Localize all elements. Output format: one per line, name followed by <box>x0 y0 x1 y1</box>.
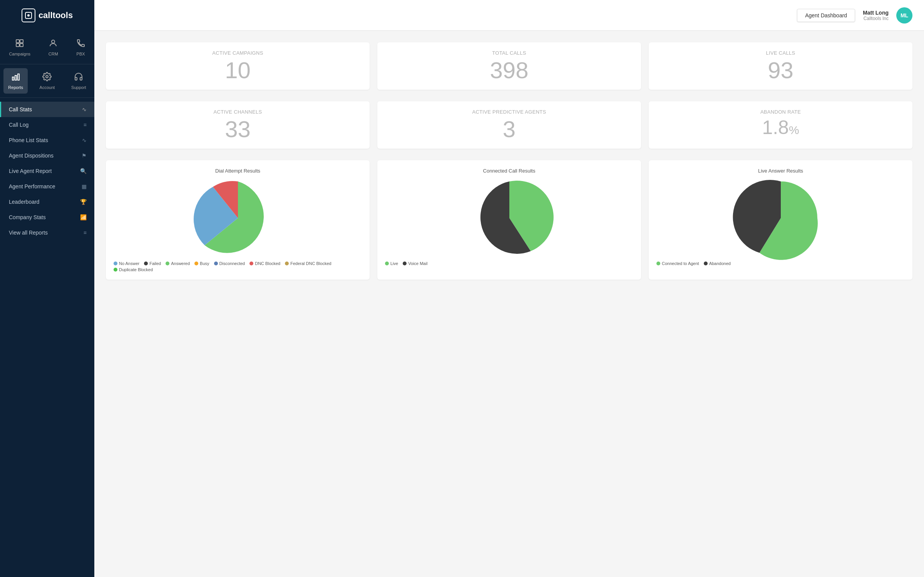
agent-performance-label: Agent Performance <box>9 183 55 190</box>
call-log-icon: ≡ <box>84 122 87 128</box>
abandoned-label: Abandoned <box>709 261 731 266</box>
sidebar-menu-phone-list-stats[interactable]: Phone List Stats ∿ <box>0 133 94 148</box>
user-avatar[interactable]: ML <box>896 7 912 23</box>
voicemail-label: Voice Mail <box>408 261 427 266</box>
connected-call-chart-card: Connected Call Results Live <box>377 160 641 280</box>
no-answer-dot <box>114 262 117 265</box>
duplicate-label: Duplicate Blocked <box>119 267 153 272</box>
failed-label: Failed <box>149 261 161 266</box>
phone-list-stats-icon: ∿ <box>82 137 87 143</box>
reports-label: Reports <box>8 85 23 90</box>
sidebar-item-support[interactable]: Support <box>67 68 91 94</box>
sidebar-item-pbx[interactable]: PBX <box>72 35 90 60</box>
active-campaigns-card: Active Campaigns 10 <box>106 42 370 90</box>
sidebar-menu-view-all-reports[interactable]: View all Reports ≡ <box>0 225 94 240</box>
sidebar-nav-row1: Campaigns CRM PBX <box>0 31 94 64</box>
phone-list-stats-label: Phone List Stats <box>9 137 48 143</box>
sidebar-item-reports[interactable]: Reports <box>3 68 28 94</box>
no-answer-label: No Answer <box>119 261 139 266</box>
logo-container: calltools <box>0 0 94 31</box>
sidebar-menu-call-stats[interactable]: Call Stats ∿ <box>0 102 94 117</box>
total-calls-card: Total Calls 398 <box>377 42 641 90</box>
active-channels-label: Active Channels <box>117 109 358 115</box>
failed-dot <box>144 262 148 265</box>
svg-rect-2 <box>16 40 19 43</box>
legend-live: Live <box>385 261 398 266</box>
sidebar-menu-agent-performance[interactable]: Agent Performance ▦ <box>0 179 94 194</box>
voicemail-dot <box>403 262 407 265</box>
sidebar-item-crm[interactable]: CRM <box>44 35 63 60</box>
active-predictive-agents-card: Active Predictive Agents 3 <box>377 101 641 149</box>
logo: calltools <box>22 8 73 22</box>
user-name: Matt Long <box>863 10 889 16</box>
legend-connected-to-agent: Connected to Agent <box>656 261 699 266</box>
legend-federal-dnc: Federal DNC Blocked <box>285 261 331 266</box>
live-answer-legend: Connected to Agent Abandoned <box>656 261 905 266</box>
user-company: Calltools Inc <box>863 16 889 21</box>
stats-row-1: Active Campaigns 10 Total Calls 398 Live… <box>106 42 912 90</box>
stats-row-2: Active Channels 33 Active Predictive Age… <box>106 101 912 149</box>
main-layout: Campaigns CRM PBX <box>0 31 924 577</box>
pbx-icon <box>76 39 85 50</box>
connected-call-title: Connected Call Results <box>385 168 633 174</box>
svg-rect-9 <box>18 74 19 80</box>
legend-failed: Failed <box>144 261 161 266</box>
answered-label: Answered <box>171 261 190 266</box>
duplicate-dot <box>114 268 117 272</box>
abandoned-dot <box>704 262 708 265</box>
active-campaigns-label: Active Campaigns <box>117 50 358 56</box>
disconnected-label: Disconnected <box>219 261 245 266</box>
company-stats-icon: 📶 <box>80 214 87 220</box>
connected-call-chart <box>385 179 633 257</box>
call-stats-label: Call Stats <box>9 106 32 112</box>
active-channels-card: Active Channels 33 <box>106 101 370 149</box>
active-campaigns-value: 10 <box>117 59 358 82</box>
federal-dnc-dot <box>285 262 289 265</box>
sidebar-menu-leaderboard[interactable]: Leaderboard 🏆 <box>0 194 94 210</box>
live-calls-label: Live Calls <box>660 50 901 56</box>
sidebar-menu-company-stats[interactable]: Company Stats 📶 <box>0 210 94 225</box>
dnc-blocked-dot <box>249 262 253 265</box>
legend-no-answer: No Answer <box>114 261 139 266</box>
dial-attempt-legend: No Answer Failed Answered Busy <box>114 261 362 272</box>
answered-dot <box>166 262 169 265</box>
live-answer-chart <box>656 179 905 257</box>
connected-agent-dot <box>656 262 660 265</box>
user-info: Matt Long Calltools Inc <box>863 10 889 21</box>
legend-abandoned: Abandoned <box>704 261 731 266</box>
sidebar-item-campaigns[interactable]: Campaigns <box>4 35 35 60</box>
support-icon <box>74 72 83 84</box>
live-agent-report-label: Live Agent Report <box>9 168 52 174</box>
sidebar-menu-call-log[interactable]: Call Log ≡ <box>0 117 94 133</box>
agent-performance-icon: ▦ <box>82 183 87 190</box>
busy-dot <box>194 262 198 265</box>
view-all-reports-label: View all Reports <box>9 230 48 236</box>
dial-attempt-chart-card: Dial Attempt Results <box>106 160 370 280</box>
agent-dashboard-button[interactable]: Agent Dashboard <box>797 9 855 22</box>
disconnected-dot <box>214 262 218 265</box>
total-calls-label: Total Calls <box>389 50 629 56</box>
svg-point-10 <box>46 75 48 78</box>
sidebar-menu-live-agent-report[interactable]: Live Agent Report 🔍 <box>0 163 94 179</box>
abandon-rate-label: Abandon Rate <box>660 109 901 115</box>
svg-rect-3 <box>20 40 23 43</box>
sidebar: Campaigns CRM PBX <box>0 31 94 577</box>
live-answer-title: Live Answer Results <box>656 168 905 174</box>
live-dot <box>385 262 389 265</box>
pbx-label: PBX <box>77 52 85 56</box>
topbar-right: Agent Dashboard Matt Long Calltools Inc … <box>797 7 912 23</box>
campaigns-icon <box>15 39 24 50</box>
legend-duplicate: Duplicate Blocked <box>114 267 153 272</box>
sidebar-menu-agent-dispositions[interactable]: Agent Dispositions ⚑ <box>0 148 94 163</box>
account-icon <box>42 72 52 84</box>
leaderboard-icon: 🏆 <box>80 199 87 205</box>
legend-answered: Answered <box>166 261 190 266</box>
live-calls-card: Live Calls 93 <box>649 42 912 90</box>
svg-rect-5 <box>20 44 23 47</box>
legend-dnc-blocked: DNC Blocked <box>249 261 280 266</box>
campaigns-label: Campaigns <box>9 52 30 56</box>
connected-agent-label: Connected to Agent <box>662 261 699 266</box>
sidebar-item-account[interactable]: Account <box>35 68 60 94</box>
legend-voicemail: Voice Mail <box>403 261 427 266</box>
svg-rect-8 <box>15 75 17 80</box>
